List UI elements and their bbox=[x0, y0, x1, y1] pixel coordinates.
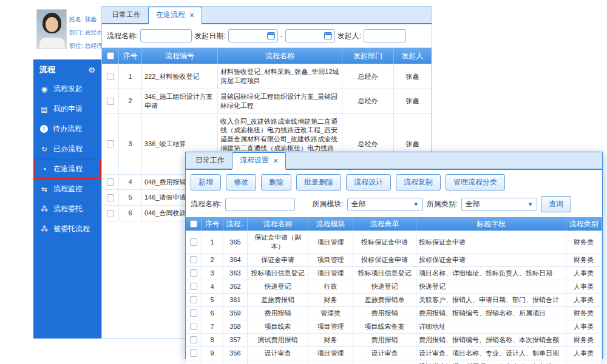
table-cell: 保证金申请 bbox=[248, 254, 308, 266]
tab-in-transit[interactable]: 在途流程× bbox=[148, 7, 202, 24]
start-date-input[interactable] bbox=[228, 29, 278, 42]
calendar-icon[interactable] bbox=[267, 32, 275, 39]
row-checkbox[interactable] bbox=[190, 336, 197, 343]
table-row[interactable]: 8357测试费用报销财务费用报销费用报销、报销编号、报销名称、本次报销金额财务类 bbox=[186, 334, 602, 347]
table-row[interactable]: 7358项目线索项目管理项目线索备案详细地址人事类 bbox=[186, 320, 602, 334]
table-cell: 项目线索 bbox=[248, 320, 308, 333]
chevron-down-icon: ▼ bbox=[413, 201, 419, 207]
chevron-down-icon: ▼ bbox=[527, 201, 533, 207]
row-checkbox[interactable] bbox=[190, 238, 197, 246]
row-checkbox[interactable] bbox=[107, 194, 114, 201]
table-row[interactable]: 10355设计进度汇报项目管理设计进度汇报设计进度汇报、所属项目、任务名称、任务… bbox=[186, 360, 602, 364]
sidebar-item-done[interactable]: ↻已办流程 bbox=[33, 139, 101, 159]
sidebar-item-in-transit[interactable]: ◔在途流程 bbox=[33, 159, 101, 179]
sidebar-item-delegate[interactable]: ⁂流程委托 bbox=[33, 199, 101, 219]
select-all-checkbox[interactable] bbox=[107, 52, 114, 59]
table-cell: 7 bbox=[202, 320, 223, 333]
sidebar-item-initiate[interactable]: ◉流程发起 bbox=[33, 79, 101, 99]
checkbox-cell bbox=[102, 64, 119, 89]
table-cell: 详细地址 bbox=[416, 320, 566, 333]
sidebar-item-label: 在途流程 bbox=[53, 164, 83, 174]
delete-button[interactable]: 删除 bbox=[261, 174, 291, 190]
edit-button[interactable]: 修改 bbox=[226, 174, 256, 190]
module-select[interactable]: 全部 ▼ bbox=[347, 198, 423, 211]
back-filterbar: 流程名称: 发起日期: - 发起人: bbox=[102, 24, 432, 48]
table-row[interactable]: 1222_材料验收登记材料验收登记_材料采购_张鑫_华润12城房屋工程项目总经办… bbox=[102, 64, 432, 89]
tab-process-settings[interactable]: 流程设置× bbox=[232, 152, 286, 170]
toolbar: 新增修改删除批量删除流程设计流程复制管理流程分类 bbox=[186, 170, 602, 194]
row-checkbox[interactable] bbox=[107, 73, 114, 80]
sidebar-title: 流程 bbox=[39, 64, 55, 75]
table-cell: 费用报销 bbox=[353, 334, 416, 346]
initiator-input[interactable] bbox=[364, 29, 406, 42]
process-name-input[interactable] bbox=[225, 198, 295, 211]
table-row[interactable]: 9356设计审查项目管理设计审查设计审查、项目名称、专业、设计人、制单日期人事类 bbox=[186, 347, 602, 360]
table-row[interactable]: 2346_施工组织设计方案申请晨铭园林绿化工程组织设计方案_晨铭园林绿化工程总经… bbox=[102, 89, 432, 114]
table-row[interactable]: 1365保证金申请（副本）项目管理投标保证金申请投标保证金申请财务类 bbox=[186, 231, 602, 254]
process-table: 序号流程..流程名称流程模块流程表单标题字段流程类别1365保证金申请（副本）项… bbox=[186, 217, 602, 364]
module-select-value: 全部 bbox=[351, 199, 366, 209]
avatar-face bbox=[46, 17, 58, 32]
row-checkbox[interactable] bbox=[107, 178, 114, 186]
table-cell: 6 bbox=[119, 206, 142, 221]
tab-daily-work[interactable]: 日常工作 bbox=[188, 153, 232, 169]
process-design-button[interactable]: 流程设计 bbox=[346, 174, 391, 190]
row-checkbox[interactable] bbox=[190, 323, 197, 330]
row-checkbox[interactable] bbox=[107, 98, 114, 105]
row-checkbox[interactable] bbox=[190, 283, 197, 290]
table-cell: 费用报销 bbox=[353, 307, 416, 320]
process-copy-button[interactable]: 流程复制 bbox=[396, 174, 441, 190]
sidebar-item-todo[interactable]: !待办流程 bbox=[33, 119, 101, 139]
table-cell: 5 bbox=[202, 294, 223, 306]
column-header: 流程模块 bbox=[308, 217, 353, 231]
batch-delete-button[interactable]: 批量删除 bbox=[296, 174, 341, 190]
checkbox-cell bbox=[186, 334, 202, 346]
row-checkbox[interactable] bbox=[190, 269, 197, 277]
column-header: 序号 bbox=[202, 217, 223, 231]
sidebar-item-monitor[interactable]: ⇆流程监控 bbox=[33, 179, 101, 199]
table-row[interactable]: 6359费用报销管理类费用报销费用报销、报销编号、报销名称、所属项目财务类 bbox=[186, 307, 602, 320]
table-row[interactable]: 2364保证金申请项目管理投标保证金申请投标保证金申请财务类 bbox=[186, 254, 602, 267]
close-tab-icon[interactable]: × bbox=[189, 11, 194, 19]
table-cell: 财务类 bbox=[566, 307, 602, 320]
table-cell: 4 bbox=[202, 280, 223, 293]
calendar-icon[interactable] bbox=[324, 32, 332, 39]
table-cell: 项目管理 bbox=[308, 254, 353, 266]
search-button[interactable]: 查询 bbox=[541, 196, 571, 212]
row-checkbox[interactable] bbox=[190, 296, 197, 303]
start-date-label: 发起日期: bbox=[194, 31, 225, 41]
category-select[interactable]: 全部 ▼ bbox=[461, 198, 537, 211]
select-all-checkbox[interactable] bbox=[190, 220, 197, 228]
sidebar-item-my-applications[interactable]: ▤我的申请 bbox=[33, 99, 101, 119]
table-cell: 8 bbox=[202, 334, 223, 346]
row-checkbox[interactable] bbox=[190, 256, 197, 263]
module-label: 所属模块: bbox=[312, 199, 343, 209]
sidebar-item-label: 流程委托 bbox=[53, 204, 83, 214]
process-name-input[interactable] bbox=[140, 29, 192, 42]
profile-title: 职位: 总经理 bbox=[69, 42, 103, 50]
sidebar-item-label: 流程监控 bbox=[53, 184, 83, 194]
end-date-input[interactable] bbox=[285, 29, 335, 42]
table-cell: 材料验收登记_材料采购_张鑫_华润12城房屋工程项目 bbox=[218, 64, 342, 89]
row-checkbox[interactable] bbox=[190, 309, 197, 317]
table-cell: 费用报销、报销编号、报销名称、本次报销金额 bbox=[416, 334, 566, 346]
row-checkbox[interactable] bbox=[190, 349, 197, 357]
table-cell: 项目管理 bbox=[308, 360, 353, 364]
row-checkbox[interactable] bbox=[107, 210, 114, 217]
column-header: 流程名称 bbox=[218, 48, 342, 64]
row-checkbox[interactable] bbox=[107, 140, 114, 147]
broadcast-icon: ◉ bbox=[40, 85, 49, 93]
table-cell: 项目名称、详细地址、投标负责人、投标日期 bbox=[416, 267, 566, 280]
gear-icon[interactable]: ⚙ bbox=[88, 66, 95, 75]
column-header: 发起人 bbox=[394, 48, 432, 64]
close-tab-icon[interactable]: × bbox=[273, 157, 278, 165]
table-cell: 财务类 bbox=[566, 231, 602, 253]
sidebar-item-delegated[interactable]: ⁂被委托流程 bbox=[33, 219, 101, 239]
sitemap-icon: ⁂ bbox=[40, 205, 49, 214]
table-row[interactable]: 4362快递登记行政快递登记快递登记人事类 bbox=[186, 280, 602, 294]
tab-daily-work[interactable]: 日常工作 bbox=[104, 7, 148, 23]
table-row[interactable]: 3363投标项目信息登记项目管理投标项目信息登记项目名称、详细地址、投标负责人、… bbox=[186, 267, 602, 280]
manage-categories-button[interactable]: 管理流程分类 bbox=[446, 174, 505, 190]
add-button[interactable]: 新增 bbox=[191, 174, 221, 190]
table-row[interactable]: 5361差旅费报销财务差旅费报销单关联客户、报销人、申请日期、部门、报销合计人事… bbox=[186, 294, 602, 307]
